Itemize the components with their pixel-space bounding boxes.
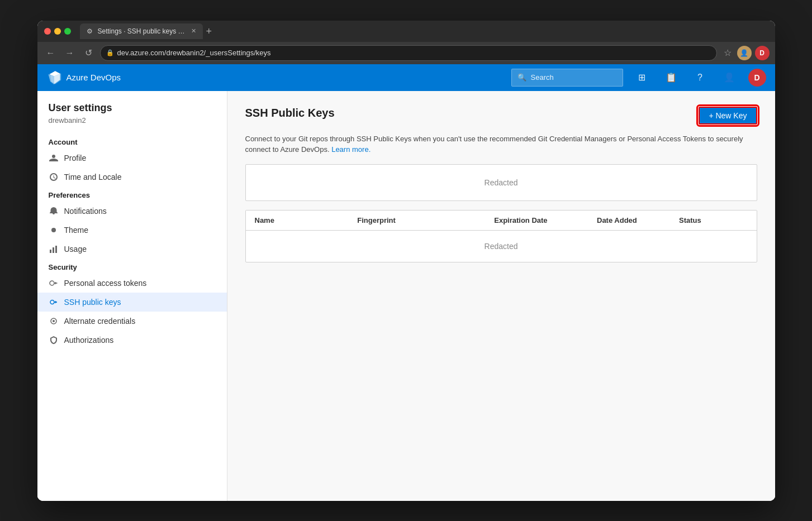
browser-profile-2[interactable]: D [755, 46, 770, 60]
sidebar-item-personal-access-tokens[interactable]: Personal access tokens [37, 274, 227, 293]
sidebar-item-theme[interactable]: Theme [37, 221, 227, 240]
tab-title: Settings · SSH public keys (dre [98, 27, 186, 35]
app-content: Azure DevOps 🔍 Search ⊞ 📋 ? 👤 D User set… [37, 64, 775, 501]
content-area: SSH Public Keys + New Key Connect to you… [227, 91, 775, 501]
sidebar-item-alternate-credentials[interactable]: Alternate credentials [37, 312, 227, 331]
search-box[interactable]: 🔍 Search [511, 69, 623, 87]
description-text: Connect to your Git repos through SSH Pu… [245, 133, 748, 155]
sidebar-item-usage[interactable]: Usage [37, 240, 227, 259]
user-settings-icon[interactable]: 👤 [719, 68, 739, 88]
azure-devops-logo[interactable]: Azure DevOps [46, 70, 121, 85]
col-header-date-added: Date Added [597, 216, 679, 224]
personal-access-tokens-icon [49, 278, 59, 288]
svg-point-6 [56, 302, 57, 303]
svg-point-5 [50, 300, 54, 304]
address-bar[interactable]: 🔒 dev.azure.com/drewbanin2/_usersSetting… [100, 45, 717, 61]
ssh-keys-icon [49, 297, 59, 307]
alternate-credentials-label: Alternate credentials [64, 317, 136, 326]
menu-grid-icon[interactable]: ⊞ [632, 68, 652, 88]
ssh-keys-table: Name Fingerprint Expiration Date Date Ad… [245, 210, 757, 262]
forward-button[interactable]: → [62, 45, 78, 61]
usage-icon [49, 244, 59, 254]
page-title: SSH Public Keys [245, 107, 335, 120]
new-tab-button[interactable]: + [206, 26, 212, 36]
table-header-row: Name Fingerprint Expiration Date Date Ad… [246, 211, 757, 231]
sidebar-section-security: Security [37, 259, 227, 274]
svg-rect-1 [50, 250, 51, 253]
browser-toolbar: ← → ↺ 🔒 dev.azure.com/drewbanin2/_usersS… [37, 42, 775, 64]
browser-profile-1[interactable]: 👤 [737, 46, 752, 60]
maximize-button[interactable] [64, 28, 71, 35]
profile-label: Profile [64, 154, 87, 162]
help-icon[interactable]: ? [690, 68, 710, 88]
notifications-label: Notifications [64, 207, 107, 216]
col-header-name: Name [255, 216, 358, 224]
svg-point-0 [51, 228, 56, 232]
sidebar-section-account: Account [37, 133, 227, 149]
search-icon: 🔍 [517, 73, 526, 82]
profile-icons: 👤 D [737, 46, 770, 60]
tab-close-icon[interactable]: ✕ [191, 27, 196, 35]
notifications-icon [49, 206, 59, 216]
clipboard-icon[interactable]: 📋 [661, 68, 681, 88]
col-header-fingerprint: Fingerprint [357, 216, 494, 224]
personal-access-tokens-label: Personal access tokens [64, 279, 147, 288]
main-layout: User settings drewbanin2 Account Profile… [37, 91, 775, 501]
svg-point-8 [53, 320, 55, 322]
address-text: dev.azure.com/drewbanin2/_usersSettings/… [117, 49, 271, 57]
profile-icon [49, 153, 59, 163]
svg-rect-2 [53, 247, 54, 253]
time-locale-label: Time and Locale [64, 173, 122, 181]
bookmark-icon[interactable]: ☆ [724, 47, 732, 58]
browser-window: ⚙ Settings · SSH public keys (dre ✕ + ← … [37, 21, 775, 501]
browser-titlebar: ⚙ Settings · SSH public keys (dre ✕ + [37, 21, 775, 42]
sidebar-item-ssh-public-keys[interactable]: SSH public keys [37, 293, 227, 312]
lock-icon: 🔒 [106, 49, 114, 56]
theme-label: Theme [64, 226, 89, 235]
usage-label: Usage [64, 245, 87, 254]
authorizations-label: Authorizations [64, 336, 114, 345]
user-avatar[interactable]: D [748, 69, 766, 87]
authorizations-icon [49, 335, 59, 345]
alternate-credentials-icon [49, 316, 59, 326]
close-button[interactable] [44, 28, 51, 35]
redacted-input-box: Redacted [245, 164, 757, 201]
theme-icon [49, 225, 59, 235]
redacted-input-text: Redacted [485, 178, 518, 187]
back-button[interactable]: ← [43, 45, 59, 61]
sidebar-username: drewbanin2 [37, 116, 227, 133]
svg-point-4 [50, 281, 54, 285]
azure-logo-text: Azure DevOps [67, 73, 121, 82]
top-nav: Azure DevOps 🔍 Search ⊞ 📋 ? 👤 D [37, 64, 775, 91]
active-tab[interactable]: ⚙ Settings · SSH public keys (dre ✕ [80, 23, 203, 39]
redacted-table-text: Redacted [485, 242, 518, 251]
tab-bar: ⚙ Settings · SSH public keys (dre ✕ + [80, 23, 768, 39]
sidebar-item-profile[interactable]: Profile [37, 149, 227, 168]
tab-favicon-icon: ⚙ [87, 27, 94, 35]
search-placeholder: Search [531, 73, 554, 82]
sidebar-item-notifications[interactable]: Notifications [37, 202, 227, 221]
svg-rect-3 [55, 246, 57, 253]
col-header-expiration: Expiration Date [494, 216, 597, 224]
refresh-button[interactable]: ↺ [81, 45, 97, 61]
sidebar: User settings drewbanin2 Account Profile… [37, 91, 227, 501]
content-header: SSH Public Keys + New Key [245, 107, 757, 125]
col-header-status: Status [679, 216, 748, 224]
minimize-button[interactable] [54, 28, 61, 35]
clock-icon [49, 172, 59, 182]
description-body: Connect to your Git repos through SSH Pu… [245, 135, 743, 154]
sidebar-item-time-locale[interactable]: Time and Locale [37, 168, 227, 187]
new-key-button[interactable]: + New Key [699, 107, 757, 125]
table-body: Redacted [246, 231, 757, 262]
traffic-lights [44, 28, 71, 35]
azure-logo-icon [46, 70, 62, 85]
ssh-public-keys-label: SSH public keys [64, 298, 121, 307]
sidebar-section-preferences: Preferences [37, 187, 227, 202]
sidebar-title: User settings [37, 102, 227, 116]
sidebar-item-authorizations[interactable]: Authorizations [37, 331, 227, 350]
learn-more-link[interactable]: Learn more. [331, 145, 371, 154]
